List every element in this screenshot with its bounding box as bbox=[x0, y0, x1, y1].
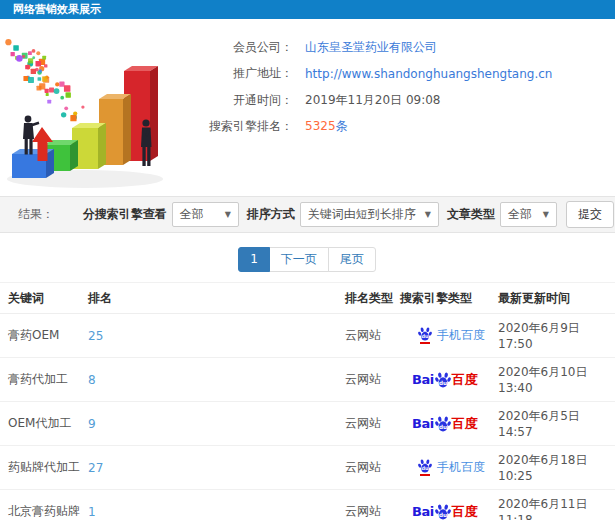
rank-type-cell: 云网站 bbox=[345, 314, 400, 358]
rank-link[interactable]: 9 bbox=[88, 417, 96, 431]
info-row-rank-count: 搜索引擎排名： 5325条 bbox=[183, 114, 615, 141]
rank-count-label: 搜索引擎排名： bbox=[183, 118, 293, 135]
svg-text:du: du bbox=[421, 465, 429, 471]
mobile-baidu-logo: du手机百度 bbox=[400, 459, 498, 476]
rank-link[interactable]: 25 bbox=[88, 329, 103, 343]
engine-type-cell: Baidu百度 bbox=[400, 358, 498, 402]
table-row: 膏药OEM25云网站du手机百度2020年6月9日 17:50 bbox=[0, 314, 615, 358]
engine-type-cell: Baidu百度 bbox=[400, 402, 498, 446]
results-filter-bar: 结果： 分搜索引擎查看 全部 排序方式 关键词由短到长排序 文章类型 全部 提交 bbox=[0, 196, 615, 233]
baidu-paw-icon: du bbox=[435, 504, 451, 520]
svg-text:du: du bbox=[421, 333, 429, 339]
header-rank: 排名 bbox=[88, 283, 345, 314]
pagination-next-button[interactable]: 下一页 bbox=[269, 247, 329, 272]
updated-time-cell: 2020年6月11日 11:18 bbox=[498, 490, 615, 520]
engine-view-label: 分搜索引擎查看 bbox=[83, 206, 167, 223]
info-row-open-time: 开通时间： 2019年11月20日 09:08 bbox=[183, 87, 615, 114]
chevron-down-icon bbox=[225, 210, 231, 219]
header-engine-type: 搜索引擎类型 bbox=[400, 283, 498, 314]
article-type-select[interactable]: 全部 bbox=[500, 202, 557, 227]
keyword-cell: 药贴牌代加工 bbox=[0, 446, 88, 490]
sort-label: 排序方式 bbox=[247, 206, 295, 223]
baidu-underline bbox=[420, 474, 430, 476]
rank-cell: 25 bbox=[88, 314, 345, 358]
mobile-baidu-label: 手机百度 bbox=[437, 459, 485, 476]
svg-text:du: du bbox=[439, 424, 447, 430]
promo-url-label: 推广地址： bbox=[183, 65, 293, 82]
table-row: 北京膏药贴牌1云网站Baidu百度2020年6月11日 11:18 bbox=[0, 490, 615, 520]
baidu-paw-icon-wrap: du bbox=[418, 327, 432, 344]
engine-type-cell: Baidu百度 bbox=[400, 490, 498, 520]
submit-button[interactable]: 提交 bbox=[566, 201, 614, 228]
table-row: 膏药代加工8云网站Baidu百度2020年6月10日 13:40 bbox=[0, 358, 615, 402]
rank-type-cell: 云网站 bbox=[345, 358, 400, 402]
info-row-company: 会员公司： 山东皇圣堂药业有限公司 bbox=[183, 34, 615, 61]
baidu-logo-prefix: Bai bbox=[412, 416, 434, 431]
rank-count-value: 5325条 bbox=[305, 118, 348, 135]
article-type-label: 文章类型 bbox=[447, 206, 495, 223]
pagination: 1 下一页 尾页 bbox=[0, 247, 615, 272]
pagination-current-page[interactable]: 1 bbox=[238, 247, 270, 272]
engine-type-cell: du手机百度 bbox=[400, 446, 498, 490]
results-label: 结果： bbox=[18, 206, 54, 223]
header-updated: 最新更新时间 bbox=[498, 283, 615, 314]
chevron-down-icon bbox=[425, 210, 431, 219]
keyword-ranking-table: 关键词 排名 排名类型 搜索引擎类型 最新更新时间 膏药OEM25云网站du手机… bbox=[0, 282, 615, 520]
account-info-list: 会员公司： 山东皇圣堂药业有限公司 推广地址： http://www.shand… bbox=[183, 34, 615, 140]
growth-bar-chart-illustration bbox=[0, 31, 190, 193]
rank-link[interactable]: 1 bbox=[88, 505, 96, 519]
engine-view-selected-value: 全部 bbox=[180, 206, 204, 223]
chevron-down-icon bbox=[543, 210, 549, 219]
baidu-paw-icon: du bbox=[418, 459, 432, 473]
mobile-baidu-logo: du手机百度 bbox=[400, 327, 498, 344]
svg-text:du: du bbox=[439, 512, 447, 518]
updated-time-cell: 2020年6月18日 10:25 bbox=[498, 446, 615, 490]
filter-controls: 分搜索引擎查看 全部 排序方式 关键词由短到长排序 文章类型 全部 提交 bbox=[75, 201, 615, 228]
baidu-paw-icon: du bbox=[435, 416, 451, 432]
rank-link[interactable]: 8 bbox=[88, 373, 96, 387]
baidu-paw-icon-wrap: du bbox=[435, 416, 451, 432]
baidu-logo-text: 百度 bbox=[452, 415, 478, 433]
baidu-logo: Baidu百度 bbox=[400, 371, 498, 389]
company-link[interactable]: 山东皇圣堂药业有限公司 bbox=[305, 39, 437, 56]
keyword-cell: 北京膏药贴牌 bbox=[0, 490, 88, 520]
rank-count-suffix: 条 bbox=[336, 119, 348, 133]
table-row: OEM代加工9云网站Baidu百度2020年6月5日 14:57 bbox=[0, 402, 615, 446]
engine-type-cell: du手机百度 bbox=[400, 314, 498, 358]
baidu-paw-icon-wrap: du bbox=[435, 372, 451, 388]
sort-select[interactable]: 关键词由短到长排序 bbox=[300, 202, 439, 227]
rank-cell: 1 bbox=[88, 490, 345, 520]
keyword-cell: 膏药代加工 bbox=[0, 358, 88, 402]
pagination-last-button[interactable]: 尾页 bbox=[328, 247, 376, 272]
rank-count-number: 5325 bbox=[305, 119, 336, 133]
sort-selected-value: 关键词由短到长排序 bbox=[308, 206, 416, 223]
updated-time-cell: 2020年6月9日 17:50 bbox=[498, 314, 615, 358]
table-header-row: 关键词 排名 排名类型 搜索引擎类型 最新更新时间 bbox=[0, 283, 615, 314]
company-label: 会员公司： bbox=[183, 39, 293, 56]
svg-text:du: du bbox=[439, 380, 447, 386]
baidu-logo-text: 百度 bbox=[452, 371, 478, 389]
baidu-logo: Baidu百度 bbox=[400, 415, 498, 433]
open-time-value: 2019年11月20日 09:08 bbox=[305, 92, 440, 109]
updated-time-cell: 2020年6月10日 13:40 bbox=[498, 358, 615, 402]
promo-url-link[interactable]: http://www.shandonghuangshengtang.cn bbox=[305, 67, 552, 81]
rank-type-cell: 云网站 bbox=[345, 446, 400, 490]
baidu-logo-text: 百度 bbox=[452, 503, 478, 520]
info-row-url: 推广地址： http://www.shandonghuangshengtang.… bbox=[183, 61, 615, 88]
updated-time-cell: 2020年6月5日 14:57 bbox=[498, 402, 615, 446]
rank-cell: 27 bbox=[88, 446, 345, 490]
rank-link[interactable]: 27 bbox=[88, 461, 103, 475]
baidu-paw-icon: du bbox=[418, 327, 432, 341]
engine-view-select[interactable]: 全部 bbox=[172, 202, 239, 227]
table-row: 药贴牌代加工27云网站du手机百度2020年6月18日 10:25 bbox=[0, 446, 615, 490]
keyword-cell: 膏药OEM bbox=[0, 314, 88, 358]
header-rank-type: 排名类型 bbox=[345, 283, 400, 314]
baidu-paw-icon: du bbox=[435, 372, 451, 388]
rank-type-cell: 云网站 bbox=[345, 402, 400, 446]
page-title: 网络营销效果展示 bbox=[0, 0, 615, 19]
baidu-logo: Baidu百度 bbox=[400, 503, 498, 520]
header-keyword: 关键词 bbox=[0, 283, 88, 314]
confetti-dots bbox=[5, 39, 84, 121]
baidu-paw-icon-wrap: du bbox=[418, 459, 432, 476]
open-time-label: 开通时间： bbox=[183, 92, 293, 109]
